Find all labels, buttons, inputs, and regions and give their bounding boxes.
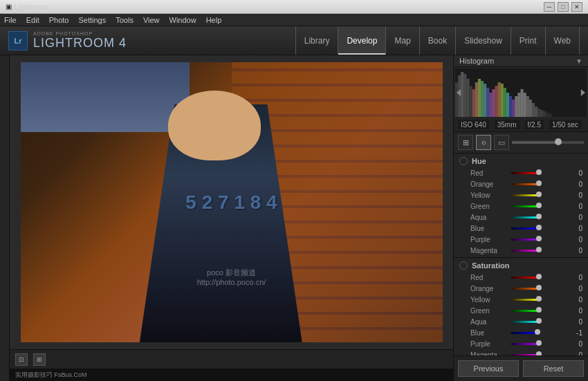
tool-row: ⊞ ○ ▭ (454, 132, 588, 154)
panel-buttons: Previous Reset (454, 355, 588, 381)
svg-rect-32 (546, 113, 549, 117)
tool-slider[interactable] (512, 141, 584, 144)
svg-rect-23 (520, 89, 523, 117)
histogram-header: Histogram ▼ (454, 55, 588, 67)
tab-library[interactable]: Library (295, 26, 339, 55)
menu-file[interactable]: File (4, 16, 17, 24)
hue-purple-slider[interactable] (511, 239, 566, 241)
hue-section-header[interactable]: Hue (454, 155, 588, 167)
tab-develop[interactable]: Develop (338, 26, 386, 55)
menu-help[interactable]: Help (206, 16, 222, 24)
hue-orange-value: 0 (569, 180, 582, 188)
hue-magenta-slider[interactable] (511, 250, 566, 252)
tab-slideshow[interactable]: Slideshow (456, 26, 511, 55)
sat-orange-slider[interactable] (511, 288, 566, 290)
photo-face (168, 91, 261, 160)
hue-yellow-row: Yellow 0 (454, 189, 588, 201)
hue-aqua-slider[interactable] (511, 216, 566, 219)
svg-rect-7 (475, 82, 478, 117)
circle-tool[interactable]: ○ (476, 135, 491, 150)
svg-rect-28 (535, 106, 538, 117)
shutter-info: 1/50 sec (549, 120, 581, 129)
svg-rect-17 (504, 88, 506, 117)
sat-yellow-slider[interactable] (511, 299, 566, 301)
svg-rect-29 (538, 109, 540, 117)
svg-rect-12 (489, 93, 492, 117)
menu-photo[interactable]: Photo (49, 16, 69, 24)
svg-rect-27 (532, 103, 535, 117)
svg-rect-3 (463, 74, 466, 117)
sat-green-slider[interactable] (511, 310, 566, 312)
hue-magenta-value: 0 (569, 247, 582, 254)
adobe-label: ADOBE PHOTOSHOP (33, 31, 127, 36)
saturation-section: Saturation Red 0 Orange 0 (454, 258, 588, 355)
sat-orange-label: Orange (470, 285, 508, 292)
branding: ADOBE PHOTOSHOP LIGHTROOM 4 (33, 31, 127, 50)
center-panel: 5 2 7 1 8 4 poco 影音频道 http://photo.poco.… (10, 55, 453, 381)
menu-bar: File Edit Photo Settings Tools View Wind… (0, 14, 588, 26)
nav-tabs: Library Develop Map Book Slideshow Print… (295, 26, 580, 55)
hue-red-slider[interactable] (511, 172, 566, 174)
previous-button[interactable]: Previous (458, 360, 519, 377)
right-panel: Histogram ▼ (453, 55, 588, 381)
left-panel (0, 55, 10, 381)
tool-slider-thumb[interactable] (555, 138, 562, 145)
hue-blue-slider[interactable] (511, 227, 566, 230)
svg-rect-9 (481, 81, 484, 117)
svg-rect-13 (492, 89, 495, 117)
tab-web[interactable]: Web (546, 26, 580, 55)
menu-view[interactable]: View (143, 16, 160, 24)
view-icon[interactable]: ⊞ (33, 353, 46, 366)
sat-orange-row: Orange 0 (454, 283, 588, 294)
header: Lr ADOBE PHOTOSHOP LIGHTROOM 4 Library D… (0, 26, 588, 55)
sat-red-slider[interactable] (511, 277, 566, 279)
adjustments-panel[interactable]: Hue Red 0 Orange 0 (454, 154, 588, 355)
hue-orange-slider[interactable] (511, 183, 566, 185)
sat-blue-value: -1 (569, 329, 582, 337)
hue-magenta-row: Magenta 0 (454, 245, 588, 256)
svg-rect-4 (466, 79, 469, 117)
sat-yellow-value: 0 (569, 296, 582, 304)
hue-blue-row: Blue 0 (454, 223, 588, 234)
sat-purple-label: Purple (470, 340, 508, 348)
menu-edit[interactable]: Edit (26, 16, 39, 24)
sat-yellow-row: Yellow 0 (454, 294, 588, 305)
menu-settings[interactable]: Settings (78, 16, 106, 24)
sat-purple-row: Purple 0 (454, 338, 588, 349)
menu-window[interactable]: Window (169, 16, 196, 24)
saturation-toggle[interactable] (459, 261, 468, 270)
sat-purple-slider[interactable] (511, 343, 566, 345)
tab-map[interactable]: Map (386, 26, 419, 55)
bottom-toolbar: ⊡ ⊞ (10, 349, 453, 369)
saturation-section-header[interactable]: Saturation (454, 259, 588, 272)
tab-book[interactable]: Book (420, 26, 456, 55)
close-button[interactable]: ✕ (571, 2, 582, 12)
sat-orange-value: 0 (569, 285, 582, 292)
hue-yellow-slider[interactable] (511, 194, 566, 196)
grid-tool[interactable]: ⊞ (458, 135, 473, 150)
iso-info: ISO 640 (458, 120, 489, 129)
sat-blue-slider[interactable] (511, 332, 566, 334)
sat-yellow-label: Yellow (470, 296, 508, 304)
maximize-button[interactable]: □ (558, 2, 569, 12)
main-area: 5 2 7 1 8 4 poco 影音频道 http://photo.poco.… (0, 55, 588, 381)
frame-icon[interactable]: ⊡ (15, 353, 28, 366)
sat-blue-row: Blue -1 (454, 327, 588, 338)
svg-rect-31 (543, 111, 546, 117)
focal-info: 35mm (495, 120, 520, 129)
hue-toggle[interactable] (459, 157, 468, 165)
rect-tool[interactable]: ▭ (494, 135, 509, 150)
sat-magenta-slider[interactable] (511, 354, 566, 356)
sat-aqua-slider[interactable] (511, 321, 566, 323)
hue-title: Hue (472, 157, 486, 165)
hue-green-slider[interactable] (511, 205, 566, 207)
histogram-collapse-icon[interactable]: ▼ (576, 57, 582, 65)
histogram-area (455, 68, 587, 117)
svg-rect-16 (501, 84, 504, 117)
menu-tools[interactable]: Tools (116, 16, 134, 24)
sat-green-label: Green (470, 307, 508, 315)
minimize-button[interactable]: ─ (544, 2, 555, 12)
hue-yellow-value: 0 (569, 192, 582, 199)
tab-print[interactable]: Print (511, 26, 546, 55)
reset-button[interactable]: Reset (523, 360, 584, 377)
